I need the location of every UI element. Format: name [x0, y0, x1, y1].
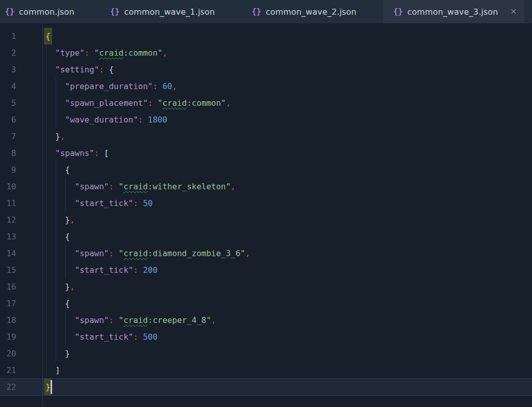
code-line-18[interactable]: 18 "spawn": "craid:creeper_4_8",	[0, 312, 532, 329]
code-token: "spawn_placement"	[65, 98, 148, 108]
code-line-15[interactable]: 15 "start_tick": 200	[0, 262, 532, 278]
code-token	[138, 332, 143, 342]
code-token: "	[158, 98, 163, 108]
code-token	[99, 148, 104, 158]
indent-guide	[56, 312, 56, 329]
indent-guide	[65, 245, 66, 262]
json-file-icon: {}	[110, 7, 119, 16]
json-file-icon: {}	[5, 7, 14, 16]
indent-guide	[46, 61, 47, 78]
code-token	[46, 332, 75, 342]
indent-guide	[56, 95, 56, 111]
indent-guide	[46, 178, 47, 195]
code-line-11[interactable]: 11 "start_tick": 50	[0, 195, 532, 212]
indent-guide	[56, 78, 56, 95]
code-token: ,	[226, 98, 231, 108]
tab-common-wave-2-json[interactable]: {} common_wave_2.json	[242, 0, 383, 23]
code-token: }	[65, 282, 70, 292]
code-token: ,	[70, 282, 75, 292]
code-line-17[interactable]: 17 {	[0, 295, 532, 312]
indent-guide	[46, 212, 47, 228]
code-token: ,	[60, 132, 65, 141]
code-token: "spawn"	[75, 182, 109, 191]
code-token: {	[65, 299, 70, 308]
code-line-14[interactable]: 14 "spawn": "craid:diamond_zombie_3_6",	[0, 245, 532, 262]
line-number: 7	[0, 128, 16, 145]
code-token: "spawn"	[75, 249, 109, 258]
code-line-9[interactable]: 9 {	[0, 161, 532, 178]
indent-guide	[56, 278, 56, 295]
tab-common-wave-3-json[interactable]: {} common_wave_3.json ✕	[383, 0, 524, 23]
indent-guide	[56, 212, 56, 228]
indent-guide	[46, 262, 47, 278]
code-token: {	[44, 28, 52, 45]
code-token: 60	[162, 82, 172, 91]
code-token: }	[55, 132, 60, 141]
code-line-22[interactable]: 22}	[0, 379, 532, 395]
code-token	[90, 48, 95, 58]
code-token: "prepare_duration"	[65, 82, 153, 91]
code-token: 500	[143, 332, 158, 342]
code-token: :	[133, 198, 138, 208]
code-token: :	[109, 315, 114, 325]
json-file-icon: {}	[393, 7, 403, 16]
code-line-6[interactable]: 6 "wave_duration": 1800	[0, 111, 532, 128]
code-line-20[interactable]: 20 }	[0, 345, 532, 362]
tab-bar: {} common.json {} common_wave_1.json {} …	[0, 0, 532, 23]
indent-guide	[46, 111, 47, 128]
tab-common-wave-1-json[interactable]: {} common_wave_1.json	[100, 0, 242, 23]
code-token	[138, 198, 143, 208]
code-line-16[interactable]: 16 },	[0, 278, 532, 295]
indent-guide	[46, 128, 47, 145]
code-token: :diamond_zombie_3_6"	[148, 249, 245, 258]
code-line-3[interactable]: 3 "setting": {	[0, 61, 532, 78]
line-number: 1	[0, 28, 16, 45]
line-number: 5	[0, 95, 16, 111]
code-token: :	[133, 332, 138, 342]
code-line-10[interactable]: 10 "spawn": "craid:wither_skeleton",	[0, 178, 532, 195]
line-number: 20	[0, 345, 16, 362]
code-line-13[interactable]: 13 {	[0, 228, 532, 245]
code-line-5[interactable]: 5 "spawn_placement": "craid:common",	[0, 95, 532, 111]
code-token: "	[119, 249, 124, 258]
tab-common-json[interactable]: {} common.json	[0, 0, 100, 23]
code-token: "start_tick"	[75, 265, 134, 275]
code-token	[114, 249, 119, 258]
code-token: 50	[143, 198, 153, 208]
indent-guide	[46, 45, 47, 61]
code-token	[46, 265, 75, 275]
code-lines: 1{2 "type": "craid:common",3 "setting": …	[0, 28, 532, 395]
code-token: craid	[123, 249, 148, 258]
line-number: 4	[0, 78, 16, 95]
code-token: "wave_duration"	[65, 115, 139, 125]
code-line-1[interactable]: 1{	[0, 28, 532, 45]
indent-guide	[56, 111, 56, 128]
line-number: 19	[0, 329, 16, 345]
code-token: ,	[162, 48, 167, 58]
code-line-12[interactable]: 12 },	[0, 212, 532, 228]
indent-guide	[46, 362, 47, 379]
code-line-2[interactable]: 2 "type": "craid:common",	[0, 45, 532, 61]
indent-guide	[56, 329, 56, 345]
indent-guide	[46, 345, 47, 362]
code-token	[46, 48, 55, 58]
code-line-8[interactable]: 8 "spawns": [	[0, 145, 532, 161]
code-token	[138, 265, 143, 275]
line-number: 14	[0, 245, 16, 262]
code-token: }	[65, 215, 70, 225]
code-line-19[interactable]: 19 "start_tick": 500	[0, 329, 532, 345]
code-token: {	[65, 165, 70, 175]
code-line-7[interactable]: 7 },	[0, 128, 532, 145]
code-token: "spawns"	[55, 148, 94, 158]
code-token: craid	[99, 48, 123, 58]
code-token: craid	[123, 315, 148, 325]
code-token: ]	[55, 365, 60, 375]
line-number: 9	[0, 161, 16, 178]
code-token: craid	[123, 182, 148, 191]
code-line-21[interactable]: 21 ]	[0, 362, 532, 379]
indent-guide	[46, 329, 47, 345]
code-line-4[interactable]: 4 "prepare_duration": 60,	[0, 78, 532, 95]
close-icon[interactable]: ✕	[509, 7, 518, 17]
code-token: :wither_skeleton"	[148, 182, 231, 191]
indent-guide	[56, 262, 56, 278]
